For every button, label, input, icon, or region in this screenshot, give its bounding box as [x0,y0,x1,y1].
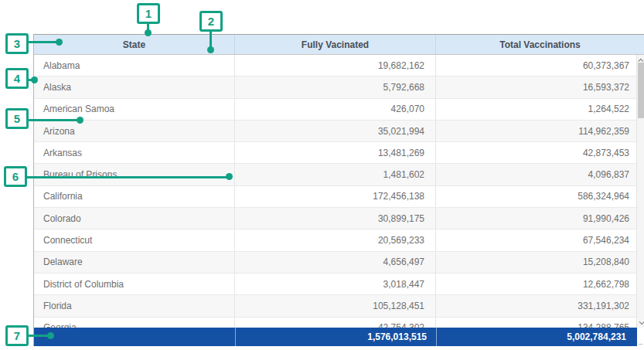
cell-total-vaccinations: 91,990,426 [435,208,644,229]
table-row[interactable]: Florida105,128,451331,191,302 [34,295,644,317]
column-header-total-vaccinations[interactable]: Total Vaccinations [435,35,644,54]
table-row[interactable]: Arizona35,021,994114,962,359 [34,121,644,142]
callout-1-dot [145,29,152,36]
cell-state: Alabama [34,55,234,76]
cell-state: Georgia [34,318,234,328]
callout-6-dot [226,173,233,180]
table-body: Alabama19,682,16260,373,367Alaska5,792,6… [34,55,644,328]
cell-total-vaccinations: 1,264,522 [435,99,644,120]
cell-total-vaccinations: 60,373,367 [435,55,644,76]
cell-state: Arkansas [34,142,234,163]
cell-total-vaccinations: 15,208,840 [435,252,644,273]
table-rows: Alabama19,682,16260,373,367Alaska5,792,6… [34,55,644,328]
cell-total-vaccinations: 134,288,765 [435,318,644,328]
cell-fully-vacinated: 20,569,233 [234,229,435,250]
table-totals-row: 1,576,013,515 5,002,784,231 [34,328,644,346]
table-row[interactable]: District of Columbia3,018,44712,662,798 [34,274,644,295]
callout-5-dot [77,117,83,124]
resize-grip-icon [639,342,642,345]
cell-total-vaccinations: 331,191,302 [435,295,644,316]
table-row[interactable]: Georgia42,754,302134,288,765 [34,318,644,328]
table-row[interactable]: Delaware4,656,49715,208,840 [34,252,644,274]
cell-total-vaccinations: 114,962,359 [435,121,644,141]
cell-state: Arizona [34,121,234,141]
callout-3-dot [56,39,63,46]
callout-3: 3 [5,33,29,54]
cell-fully-vacinated: 5,792,668 [234,76,435,97]
scrollbar-thumb[interactable] [638,63,644,118]
callout-2-dot [207,46,214,53]
cell-total-vaccinations: 67,546,234 [435,229,644,250]
cell-total-vaccinations: 4,096,837 [435,164,644,185]
vaccination-table: State Fully Vacinated Total Vaccinations… [33,34,644,346]
cell-fully-vacinated: 13,481,269 [234,142,435,163]
callout-6: 6 [4,166,27,187]
cell-state: Colorado [34,208,234,229]
column-header-state[interactable]: State [34,35,234,54]
callout-4: 4 [5,68,29,89]
totals-cell-state [34,328,235,346]
cell-state: American Samoa [34,99,234,120]
column-header-fully-vacinated[interactable]: Fully Vacinated [234,35,435,54]
table-header-row: State Fully Vacinated Total Vaccinations [34,35,644,55]
table-row[interactable]: Alabama19,682,16260,373,367 [34,55,644,76]
table-row[interactable]: Alaska5,792,66816,593,372 [34,76,644,98]
callout-5-connector [28,119,80,121]
cell-state: Connecticut [34,229,234,250]
cell-fully-vacinated: 4,656,497 [234,252,435,273]
callout-1: 1 [137,3,160,24]
cell-fully-vacinated: 35,021,994 [234,121,435,141]
callout-7: 7 [5,325,29,346]
totals-cell-fully-vacinated: 1,576,013,515 [235,328,436,346]
table-row[interactable]: Bureau of Prisons1,481,6024,096,837 [34,164,644,185]
table-row[interactable]: American Samoa426,0701,264,522 [34,99,644,121]
cell-total-vaccinations: 16,593,372 [435,76,644,97]
cell-fully-vacinated: 30,899,175 [234,208,435,229]
cell-state: District of Columbia [34,274,234,294]
vertical-scrollbar[interactable] [636,55,644,328]
chevron-down-icon [639,319,644,325]
cell-fully-vacinated: 172,456,138 [234,186,435,207]
table-row[interactable]: Colorado30,899,17591,990,426 [34,208,644,229]
cell-fully-vacinated: 19,682,162 [234,55,435,76]
table-row[interactable]: Arkansas13,481,26942,873,453 [34,142,644,164]
cell-total-vaccinations: 42,873,453 [435,142,644,163]
callout-6-connector [26,176,230,178]
table-row[interactable]: Connecticut20,569,23367,546,234 [34,229,644,251]
cell-fully-vacinated: 42,754,302 [234,318,435,328]
cell-fully-vacinated: 105,128,451 [234,295,435,316]
annotated-vaccination-table-screenshot: State Fully Vacinated Total Vaccinations… [0,0,644,350]
cell-state: Delaware [34,252,234,273]
cell-state: Alaska [34,76,234,97]
scrollbar-corner [637,328,644,346]
callout-7-dot [47,332,54,339]
cell-fully-vacinated: 426,070 [234,99,435,120]
totals-cell-total-vaccinations: 5,002,784,231 [436,328,637,346]
cell-total-vaccinations: 12,662,798 [435,274,644,294]
cell-state: Florida [34,295,234,316]
callout-3-connector [28,41,60,43]
cell-total-vaccinations: 586,324,964 [435,186,644,207]
table-row[interactable]: California172,456,138586,324,964 [34,186,644,208]
scroll-down-button[interactable] [637,317,644,328]
cell-state: California [34,186,234,207]
callout-4-dot [31,76,38,83]
cell-fully-vacinated: 3,018,447 [234,274,435,294]
cell-fully-vacinated: 1,481,602 [234,164,435,185]
callout-5: 5 [5,108,29,129]
cell-state: Bureau of Prisons [34,164,234,185]
callout-2: 2 [199,11,223,32]
